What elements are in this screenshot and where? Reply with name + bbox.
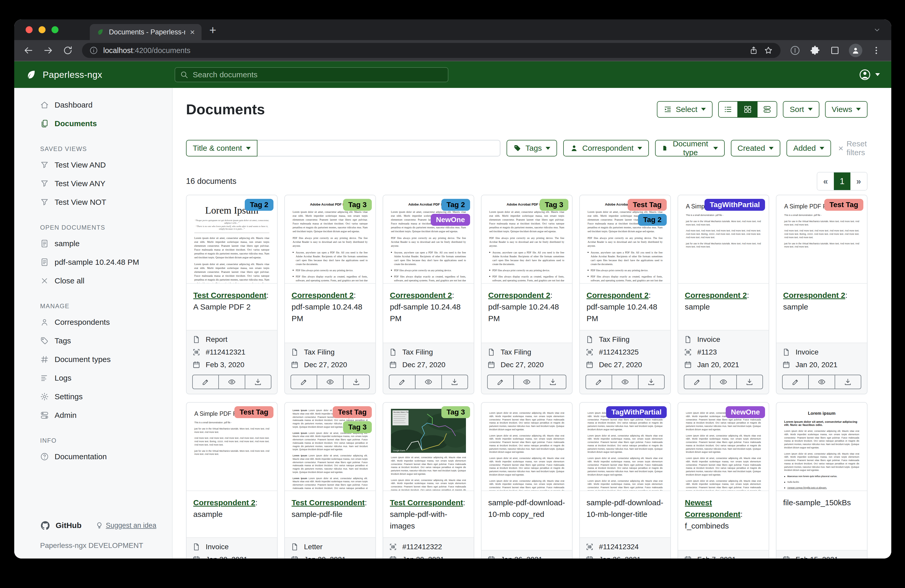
global-search[interactable] — [175, 67, 448, 82]
sidebar-item-tags[interactable]: Tags — [14, 331, 172, 350]
edit-button[interactable] — [193, 375, 218, 388]
pagination-page-1[interactable]: 1 — [834, 173, 850, 190]
document-card-title[interactable]: Correspondent 2: asample — [187, 491, 277, 537]
document-thumbnail[interactable]: Lorem ipsum dolor sit amet, consectetur … — [580, 403, 670, 491]
tag-chip-tag-3[interactable]: Tag 3 — [540, 199, 568, 211]
browser-menu-kebab-icon[interactable] — [871, 45, 881, 55]
document-thumbnail[interactable]: A Simple PDF File This is a small demons… — [776, 195, 867, 284]
correspondent-link[interactable]: Newest Correspondent — [685, 498, 740, 518]
edit-button[interactable] — [684, 375, 710, 388]
filter-field-button[interactable]: Title & content — [186, 140, 257, 157]
correspondent-link[interactable]: Correspondent 2 — [783, 291, 845, 300]
document-card-title[interactable]: Correspondent 2: pdf-sample 10.24.48 PM — [285, 284, 375, 342]
document-card-title[interactable]: Correspondent 2: pdf-sample 10.24.48 PM — [481, 284, 572, 342]
sidebar-item-test-view-not[interactable]: Test View NOT — [14, 193, 172, 211]
document-card-title[interactable]: Correspondent 2: sample — [776, 284, 867, 342]
list-view-button[interactable] — [718, 101, 738, 118]
tag-chip-test-tag[interactable]: Test Tag — [824, 199, 863, 211]
document-thumbnail[interactable]: A Simple PDF File This is a small demons… — [678, 195, 768, 284]
forward-icon[interactable] — [43, 45, 54, 56]
extension-badge-icon[interactable] — [789, 45, 801, 56]
sidebar-item-documentation[interactable]: Documentation — [14, 447, 172, 466]
suggest-idea-link[interactable]: Suggest an idea — [95, 521, 156, 529]
tag-chip-tag-2[interactable]: Tag 2 — [245, 199, 273, 211]
view-button[interactable] — [710, 375, 736, 388]
view-button[interactable] — [317, 375, 343, 388]
side-panel-icon[interactable] — [830, 45, 840, 55]
sidebar-item-admin[interactable]: Admin — [14, 406, 172, 425]
filter-document-type-button[interactable]: Document type — [655, 140, 725, 157]
tag-chip-test-tag[interactable]: Test Tag — [234, 406, 273, 418]
document-thumbnail[interactable]: Lorem ipsum dolor sit amet, consectetur … — [678, 403, 768, 491]
tag-chip-newone[interactable]: NewOne — [726, 406, 765, 418]
sidebar-item-logs[interactable]: Logs — [14, 369, 172, 387]
document-thumbnail[interactable]: Lorem ipsum dolor sit amet, consectetur … — [481, 403, 572, 491]
document-thumbnail[interactable]: Adobe Acrobat PDF Files Lorem ipsum dolo… — [481, 195, 572, 284]
tag-chip-tag-2[interactable]: Tag 2 — [638, 214, 667, 226]
view-button[interactable] — [415, 375, 441, 388]
correspondent-link[interactable]: Correspondent 2 — [586, 291, 649, 300]
correspondent-link[interactable]: Test Correspondent — [390, 498, 463, 507]
edit-button[interactable] — [389, 375, 415, 388]
sidebar-item-dashboard[interactable]: Dashboard — [14, 96, 172, 114]
document-thumbnail[interactable]: Adobe Acrobat PDF Files Lorem ipsum dolo… — [383, 195, 474, 284]
pagination-next-button[interactable]: » — [850, 173, 867, 190]
share-icon[interactable] — [749, 46, 758, 55]
download-button[interactable] — [638, 375, 664, 388]
document-thumbnail[interactable]: Lorem Ipsum “Neque porro quisquam est qu… — [187, 195, 277, 284]
new-tab-button[interactable]: + — [209, 24, 216, 36]
document-card-title[interactable]: Test Correspondent: A Sample PDF 2 — [187, 284, 277, 330]
extensions-puzzle-icon[interactable] — [810, 45, 821, 56]
view-button[interactable] — [513, 375, 540, 388]
site-info-icon[interactable] — [89, 46, 98, 55]
correspondent-link[interactable]: Test Correspondent — [292, 498, 365, 507]
tag-chip-tag-3[interactable]: Tag 3 — [343, 421, 372, 433]
document-card-title[interactable]: Test Correspondent: sample-pdf-with-imag… — [383, 491, 474, 537]
user-menu[interactable] — [859, 68, 880, 81]
tag-chip-tagwithpartial[interactable]: TagWithPartial — [606, 406, 667, 418]
filter-created-button[interactable]: Created — [731, 140, 781, 157]
views-button[interactable]: Views — [825, 101, 867, 118]
grid-view-button[interactable] — [738, 101, 757, 118]
document-thumbnail[interactable]: A Simple PDF File This is a small demons… — [187, 403, 277, 491]
filter-text-input[interactable] — [257, 140, 500, 157]
correspondent-link[interactable]: Test Correspondent — [193, 291, 267, 300]
download-button[interactable] — [540, 375, 566, 388]
reload-icon[interactable] — [62, 45, 73, 56]
sidebar-item-sample[interactable]: sample — [14, 234, 172, 253]
sidebar-item-correspondents[interactable]: Correspondents — [14, 313, 172, 331]
document-thumbnail[interactable]: Lorem Ipsum Lorem ipsum dolor sit amet, … — [285, 403, 375, 491]
edit-button[interactable] — [783, 375, 808, 388]
document-thumbnail[interactable]: Boundary Waters Trip Google Earth Lorem … — [383, 403, 474, 491]
filter-added-button[interactable]: Added — [786, 140, 831, 157]
browser-profile-avatar[interactable] — [849, 44, 862, 57]
select-button[interactable]: Select — [657, 101, 713, 118]
edit-button[interactable] — [488, 375, 513, 388]
close-window-button[interactable] — [25, 26, 33, 33]
document-card-title[interactable]: Correspondent 2: pdf-sample 10.24.48 PM — [383, 284, 474, 342]
filter-tags-button[interactable]: Tags — [506, 140, 557, 157]
view-button[interactable] — [611, 375, 638, 388]
document-card-title[interactable]: Correspondent 2: pdf-sample 10.24.48 PM — [580, 284, 670, 330]
document-card-title[interactable]: Newest Correspondent: f_combineds — [678, 491, 768, 550]
sidebar-item-test-view-and[interactable]: Test View AND — [14, 156, 172, 174]
sidebar-item-test-view-any[interactable]: Test View ANY — [14, 174, 172, 193]
document-card-title[interactable]: file-sample_150kBs — [776, 491, 867, 550]
tag-chip-tagwithpartial[interactable]: TagWithPartial — [705, 199, 765, 211]
sidebar-item-document-types[interactable]: Document types — [14, 350, 172, 369]
back-icon[interactable] — [23, 45, 34, 56]
document-card-title[interactable]: Test Correspondent: sample-pdf-file — [285, 491, 375, 537]
document-card-title[interactable]: Correspondent 2: sample — [678, 284, 768, 330]
view-button[interactable] — [808, 375, 834, 388]
tag-chip-tag-2[interactable]: Tag 2 — [441, 199, 470, 211]
download-button[interactable] — [343, 375, 369, 388]
document-thumbnail[interactable]: Adobe Acrobat PDF Files Lorem ipsum dolo… — [580, 195, 670, 284]
correspondent-link[interactable]: Correspondent 2 — [390, 291, 452, 300]
filter-correspondent-button[interactable]: Correspondent — [563, 140, 649, 157]
tag-chip-test-tag[interactable]: Test Tag — [333, 406, 372, 418]
github-link[interactable]: GitHub — [56, 521, 81, 530]
sort-button[interactable]: Sort — [783, 101, 819, 118]
view-button[interactable] — [218, 375, 245, 388]
download-button[interactable] — [736, 375, 762, 388]
document-thumbnail[interactable]: Lorem ipsum Lorem ipsum dolor sit amet, … — [776, 403, 867, 491]
